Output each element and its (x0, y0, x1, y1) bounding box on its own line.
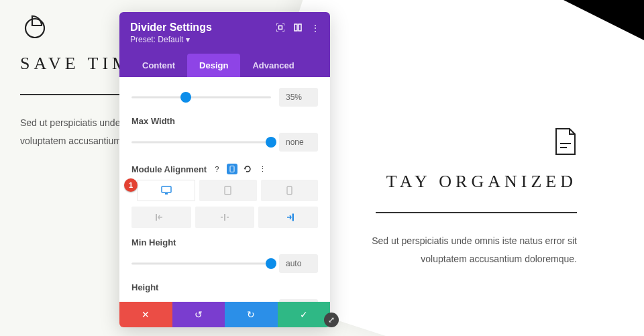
tab-design[interactable]: Design (187, 54, 240, 77)
modal-title: Divider Settings (130, 21, 212, 34)
right-body: Sed ut perspiciatis unde omnis iste natu… (349, 232, 577, 268)
discard-button[interactable]: ✕ (119, 302, 172, 327)
snap-icon[interactable] (294, 23, 302, 34)
device-desktop[interactable] (137, 180, 195, 201)
modal-tabs: Content Design Advanced (130, 54, 319, 77)
align-center-button[interactable] (195, 207, 255, 228)
svg-rect-8 (165, 193, 168, 194)
modal-body[interactable]: 35% Max Width none Module Alignment ? ⋮ … (119, 77, 330, 302)
responsive-device-tabs (137, 180, 318, 201)
right-divider (376, 212, 577, 213)
align-right-button[interactable] (258, 207, 318, 228)
svg-rect-9 (225, 186, 231, 194)
svg-rect-5 (299, 24, 301, 31)
divider-settings-modal: Divider Settings Preset: Default ▾ ⋮ Con… (119, 12, 330, 327)
max-width-slider[interactable] (131, 136, 271, 148)
tab-content[interactable]: Content (130, 54, 187, 77)
tab-advanced[interactable]: Advanced (240, 54, 306, 77)
width-value[interactable]: 35% (279, 88, 318, 107)
responsive-tablet-icon[interactable] (227, 164, 237, 174)
hover-icon[interactable] (243, 164, 252, 174)
document-icon (554, 127, 577, 156)
modal-footer: ✕ ↺ ↻ ✓ (119, 302, 330, 327)
help-icon[interactable]: ? (212, 164, 221, 174)
device-tablet[interactable] (199, 180, 256, 201)
drag-handle-icon[interactable]: ⤢ (324, 313, 339, 327)
step-badge: 1 (124, 178, 138, 192)
modal-header[interactable]: Divider Settings Preset: Default ▾ ⋮ Con… (119, 12, 330, 77)
svg-rect-7 (162, 186, 171, 192)
max-width-value[interactable]: none (279, 133, 318, 152)
alignment-options (131, 207, 318, 228)
svg-rect-13 (292, 214, 294, 221)
svg-rect-3 (279, 26, 282, 30)
module-alignment-label: Module Alignment (131, 164, 207, 174)
min-height-value[interactable]: auto (279, 254, 318, 273)
svg-rect-6 (230, 166, 234, 172)
svg-rect-11 (156, 214, 157, 221)
save-button[interactable]: ✓ (278, 302, 331, 327)
right-column: TAY ORGANIZED Sed ut perspiciatis unde o… (349, 13, 577, 336)
width-slider[interactable] (131, 91, 271, 103)
height-label: Height (131, 282, 318, 292)
min-height-slider[interactable] (131, 258, 271, 270)
pie-icon (20, 13, 47, 40)
max-width-label: Max Width (131, 116, 318, 126)
svg-rect-12 (224, 214, 225, 221)
expand-icon[interactable] (276, 23, 284, 34)
redo-button[interactable]: ↻ (225, 302, 278, 327)
align-left-button[interactable] (131, 207, 191, 228)
min-height-label: Min Height (131, 237, 318, 247)
preset-dropdown[interactable]: Preset: Default ▾ (130, 35, 212, 44)
svg-rect-10 (287, 186, 292, 194)
undo-button[interactable]: ↺ (172, 302, 225, 327)
right-heading: TAY ORGANIZED (349, 172, 577, 192)
device-phone[interactable] (261, 180, 318, 201)
kebab-icon[interactable]: ⋮ (311, 23, 319, 34)
svg-rect-4 (294, 24, 297, 31)
field-kebab-icon[interactable]: ⋮ (258, 164, 267, 174)
